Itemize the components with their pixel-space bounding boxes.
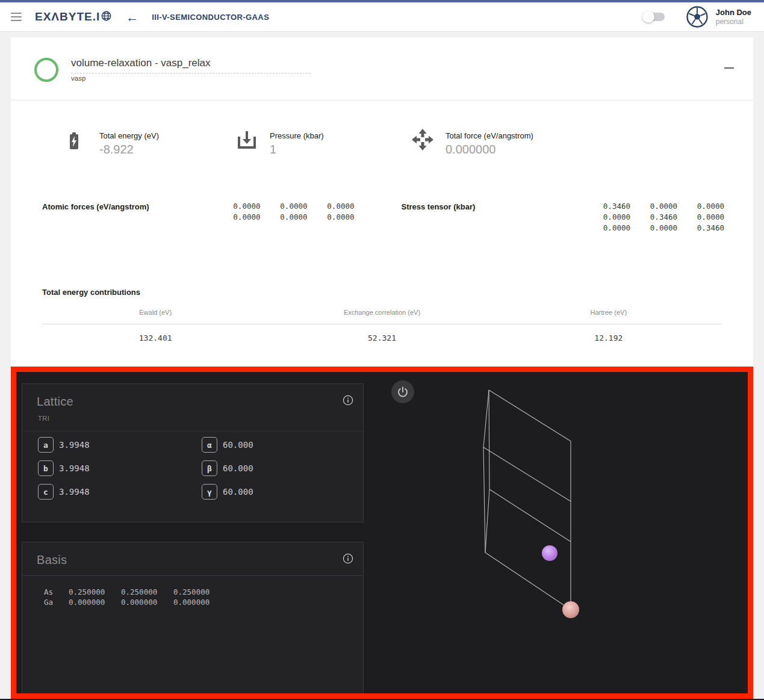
stress-tensor-section: Stress tensor (kbar) 0.34600.00000.0000 … (382, 202, 754, 253)
crystal-cell-wireframe (483, 390, 571, 610)
minimize-button[interactable] (724, 67, 734, 69)
metric-pressure: Pressure (kbar) 1 (235, 128, 411, 181)
metric-label: Total force (eV/angstrom) (446, 128, 533, 140)
energy-contributions-table: Ewald (eV) Exchange correlation (eV) Har… (42, 309, 722, 342)
job-status-icon (34, 58, 58, 82)
lattice-beta-chip: β (202, 460, 217, 476)
column-header: Ewald (eV) (42, 309, 269, 316)
metric-total-force: Total force (eV/angstrom) 0.000000 (411, 128, 533, 181)
column-header: Hartree (eV) (495, 309, 722, 316)
basis-title: Basis (37, 553, 67, 567)
lattice-gamma-value[interactable]: 60.000 (223, 487, 253, 497)
energy-contributions-title: Total energy contributions (42, 288, 722, 297)
metric-total-energy: Total energy (eV) -8.922 (64, 128, 235, 181)
lattice-a-value[interactable]: 3.9948 (59, 440, 90, 450)
job-title[interactable]: volume-relaxation - vasp_relax (71, 57, 311, 73)
lattice-a-chip: a (38, 437, 54, 453)
atomic-forces-matrix: 0.00000.00000.0000 0.00000.00000.0000 (214, 201, 382, 253)
info-icon[interactable] (343, 395, 353, 406)
divider (22, 575, 363, 576)
basis-row: As0.2500000.2500000.250000 (44, 587, 226, 597)
lattice-type: TRI (38, 415, 49, 422)
metric-value: -8.922 (99, 143, 159, 156)
table-cell: 12.192 (495, 333, 722, 342)
basis-row: Ga0.0000000.0000000.000000 (44, 597, 226, 607)
basis-coordinates[interactable]: As0.2500000.2500000.250000 Ga0.0000000.0… (44, 587, 226, 607)
materials-viewer: Lattice TRI a3.9948 α60.000 b3.9948 β60.… (16, 372, 748, 693)
metric-label: Pressure (kbar) (270, 128, 324, 140)
info-icon[interactable] (343, 553, 353, 564)
table-cell: 52.321 (269, 333, 495, 342)
theme-toggle[interactable] (644, 13, 665, 21)
user-role: personal (716, 17, 751, 26)
exabyte-logo[interactable]: EXΛBYTE.I (35, 10, 111, 23)
toggle-knob (642, 11, 654, 23)
results-card: volume-relaxation - vasp_relax vasp Tota… (11, 37, 753, 367)
atomic-forces-title: Atomic forces (eV/angstrom) (11, 202, 149, 253)
power-button[interactable] (391, 380, 414, 403)
lattice-b-value[interactable]: 3.9948 (59, 463, 90, 473)
back-arrow-icon[interactable]: ← (126, 11, 138, 23)
lattice-gamma-chip: γ (202, 484, 217, 500)
metric-label: Total energy (eV) (99, 128, 159, 140)
navbar: EXΛBYTE.I ← III-V-SEMICONDUCTOR-GAAS (0, 2, 764, 32)
atom-ga[interactable] (562, 601, 579, 618)
lattice-title: Lattice (37, 395, 73, 409)
lattice-alpha-chip: α (202, 437, 217, 453)
move-icon (411, 128, 435, 152)
job-subtitle: vasp (71, 75, 85, 82)
highlight-annotation-box: Lattice TRI a3.9948 α60.000 b3.9948 β60.… (11, 367, 753, 699)
breadcrumb[interactable]: III-V-SEMICONDUCTOR-GAAS (152, 13, 269, 22)
hamburger-menu-icon[interactable] (11, 13, 22, 21)
energy-contributions-section: Total energy contributions Ewald (eV) Ex… (11, 253, 753, 342)
download-icon (235, 128, 259, 152)
logo-text: EXΛBYTE.I (35, 10, 100, 23)
stress-tensor-title: Stress tensor (kbar) (382, 202, 476, 253)
lattice-beta-value[interactable]: 60.000 (223, 463, 253, 473)
lattice-parameters: a3.9948 α60.000 b3.9948 β60.000 c3.9948 … (22, 431, 363, 432)
battery-icon (64, 128, 89, 152)
table-cell: 132.401 (42, 333, 269, 342)
metrics-row: Total energy (eV) -8.922 Pressure (kbar)… (11, 101, 753, 181)
metric-value: 1 (270, 143, 324, 156)
lattice-alpha-value[interactable]: 60.000 (223, 440, 253, 450)
basis-panel: Basis As0.2500000.2500000.250000 Ga0.000… (22, 542, 364, 693)
metric-value: 0.000000 (446, 143, 533, 156)
user-name[interactable]: John Doe (716, 8, 751, 17)
atom-as[interactable] (542, 545, 557, 561)
lattice-c-value[interactable]: 3.9948 (59, 487, 90, 497)
lattice-b-chip: b (38, 460, 54, 476)
matrices-row: Atomic forces (eV/angstrom) 0.00000.0000… (11, 181, 753, 253)
globe-icon (101, 11, 111, 23)
avatar-icon[interactable] (686, 6, 708, 28)
stress-tensor-matrix: 0.34600.00000.0000 0.00000.34600.0000 0.… (583, 201, 753, 253)
lattice-panel: Lattice TRI a3.9948 α60.000 b3.9948 β60.… (22, 383, 364, 522)
lattice-c-chip: c (38, 484, 54, 500)
column-header: Exchange correlation (eV) (269, 309, 495, 316)
job-header: volume-relaxation - vasp_relax vasp (11, 37, 753, 101)
atomic-forces-section: Atomic forces (eV/angstrom) 0.00000.0000… (11, 202, 382, 253)
